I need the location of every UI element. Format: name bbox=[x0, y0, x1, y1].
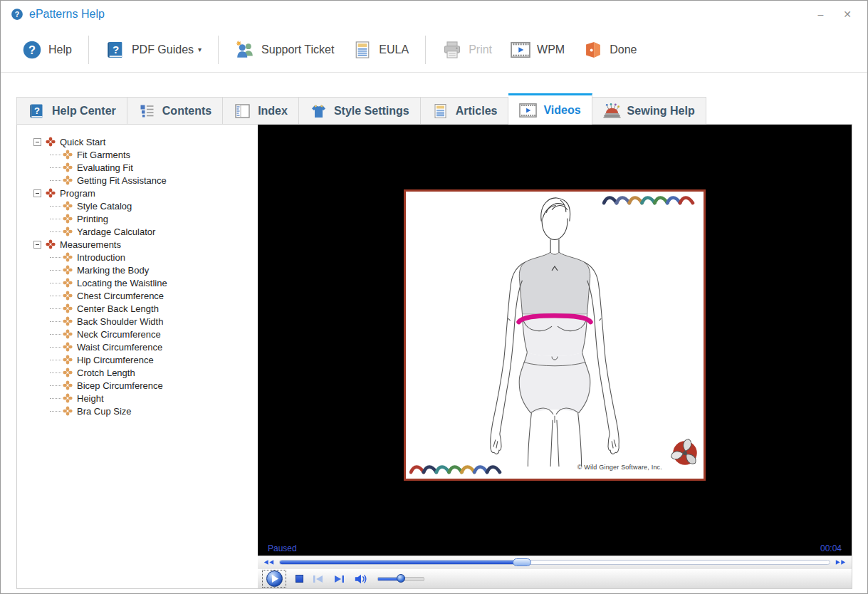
tree-connector-line bbox=[50, 270, 61, 271]
tab-articles[interactable]: Articles bbox=[421, 97, 509, 125]
tab-label: Sewing Help bbox=[627, 105, 695, 118]
tree-item[interactable]: Locating the Waistline bbox=[17, 276, 258, 289]
tree-connector-line bbox=[50, 347, 61, 348]
pdf-guides-button[interactable]: ?PDF Guides▾ bbox=[98, 36, 209, 64]
fast-forward-icon[interactable] bbox=[835, 559, 846, 566]
tree-item[interactable]: Printing bbox=[17, 212, 258, 225]
topic-icon bbox=[63, 329, 73, 339]
tree-item-label: Style Catalog bbox=[77, 201, 132, 212]
tree-item[interactable]: Chest Circumference bbox=[17, 289, 258, 302]
volume-thumb[interactable] bbox=[397, 574, 405, 583]
index-page-icon bbox=[234, 103, 251, 120]
tree-item[interactable]: Hip Circumference bbox=[17, 353, 258, 366]
help-content-area: Quick StartFit GarmentsEvaluating FitGet… bbox=[16, 124, 852, 589]
tab-label: Help Center bbox=[52, 105, 116, 118]
tab-sewing-help[interactable]: Sewing Help bbox=[592, 97, 706, 125]
tree-connector-line bbox=[50, 360, 61, 360]
done-label: Done bbox=[610, 43, 637, 56]
topic-icon bbox=[63, 303, 73, 313]
topic-icon bbox=[63, 342, 73, 352]
tree-item[interactable]: Fit Garments bbox=[17, 148, 258, 161]
done-button[interactable]: Done bbox=[576, 36, 644, 64]
contents-list-icon bbox=[138, 103, 156, 120]
volume-slider[interactable] bbox=[377, 577, 424, 581]
tree-item[interactable]: Neck Circumference bbox=[17, 328, 258, 340]
document-icon bbox=[352, 40, 372, 60]
tree-item[interactable]: Measurements bbox=[17, 238, 258, 251]
topic-icon bbox=[63, 226, 73, 236]
pdf-guides-label: PDF Guides bbox=[132, 43, 194, 56]
next-button[interactable] bbox=[333, 575, 345, 583]
topics-tree: Quick StartFit GarmentsEvaluating FitGet… bbox=[17, 125, 258, 588]
tree-item-label: Bicep Circumference bbox=[77, 380, 163, 391]
tree-item[interactable]: Crotch Length bbox=[17, 366, 258, 379]
tab-label: Style Settings bbox=[334, 105, 409, 118]
player-status-row: Paused 00:04 bbox=[258, 541, 852, 556]
help-label: Help bbox=[48, 43, 72, 56]
tree-item[interactable]: Bra Cup Size bbox=[17, 405, 258, 417]
tree-item-label: Quick Start bbox=[60, 137, 105, 147]
video-screen[interactable]: © Wild Ginger Software, Inc. bbox=[258, 125, 852, 556]
tree-item[interactable]: Yardage Calculator bbox=[17, 225, 258, 238]
shirt-icon bbox=[310, 103, 328, 120]
mute-button[interactable] bbox=[354, 573, 368, 585]
tree-item-label: Evaluating Fit bbox=[77, 162, 133, 173]
tree-item[interactable]: Back Shoulder Width bbox=[17, 315, 258, 328]
tree-item[interactable]: Marking the Body bbox=[17, 264, 258, 276]
tree-item[interactable]: Getting Fit Assistance bbox=[17, 174, 258, 187]
wpm-button[interactable]: WPM bbox=[503, 36, 572, 64]
tree-collapse-toggle[interactable] bbox=[33, 138, 41, 146]
tree-item[interactable]: Center Back Length bbox=[17, 302, 258, 315]
topic-icon bbox=[63, 380, 73, 390]
seek-bar[interactable] bbox=[279, 560, 830, 565]
seek-row bbox=[258, 556, 852, 568]
tab-index[interactable]: Index bbox=[223, 97, 299, 125]
minimize-button[interactable]: – bbox=[817, 9, 823, 19]
printer-icon bbox=[442, 40, 462, 60]
topic-icon bbox=[63, 278, 73, 288]
support-ticket-button[interactable]: Support Ticket bbox=[228, 36, 341, 64]
tab-label: Contents bbox=[162, 105, 211, 118]
tab-videos[interactable]: Videos bbox=[508, 93, 592, 125]
topic-icon bbox=[63, 291, 73, 301]
tree-item-label: Bra Cup Size bbox=[77, 406, 132, 417]
topic-group-icon bbox=[46, 239, 56, 249]
topic-icon bbox=[63, 214, 73, 224]
tree-item[interactable]: Waist Circumference bbox=[17, 340, 258, 353]
copyright-caption: © Wild Ginger Software, Inc. bbox=[577, 464, 662, 471]
tree-item[interactable]: Quick Start bbox=[17, 135, 258, 148]
tree-connector-line bbox=[50, 385, 61, 386]
stop-button[interactable] bbox=[296, 575, 303, 583]
tree-item-label: Printing bbox=[77, 214, 108, 224]
tree-item-label: Locating the Waistline bbox=[77, 278, 167, 288]
rewind-icon[interactable] bbox=[263, 559, 274, 566]
tree-item[interactable]: Height bbox=[17, 392, 258, 405]
tree-item[interactable]: Program bbox=[17, 187, 258, 199]
tree-item[interactable]: Introduction bbox=[17, 251, 258, 264]
play-icon bbox=[266, 570, 283, 587]
tab-contents[interactable]: Contents bbox=[127, 97, 223, 125]
tree-connector-line bbox=[50, 155, 61, 155]
previous-button[interactable] bbox=[313, 575, 324, 583]
tree-connector-line bbox=[50, 321, 61, 322]
tree-item[interactable]: Evaluating Fit bbox=[17, 161, 258, 174]
tab-style-settings[interactable]: Style Settings bbox=[299, 97, 421, 125]
help-button[interactable]: ?Help bbox=[15, 36, 79, 64]
tree-collapse-toggle[interactable] bbox=[33, 189, 41, 197]
close-button[interactable]: ✕ bbox=[843, 9, 852, 19]
filmstrip-icon bbox=[519, 102, 537, 119]
tree-item-label: Center Back Length bbox=[77, 303, 159, 314]
tree-collapse-toggle[interactable] bbox=[33, 241, 41, 249]
tab-help-center[interactable]: ?Help Center bbox=[16, 97, 127, 125]
seek-thumb[interactable] bbox=[513, 558, 531, 566]
eula-button[interactable]: EULA bbox=[345, 36, 416, 64]
tree-item-label: Neck Circumference bbox=[77, 329, 161, 340]
topic-icon bbox=[63, 252, 73, 262]
play-button[interactable] bbox=[262, 570, 286, 588]
topic-icon bbox=[63, 162, 73, 172]
tree-item[interactable]: Bicep Circumference bbox=[17, 379, 258, 392]
tree-item[interactable]: Style Catalog bbox=[17, 199, 258, 212]
topic-icon bbox=[63, 355, 73, 365]
help-circle-icon: ? bbox=[22, 40, 42, 60]
player-status: Paused bbox=[268, 543, 297, 553]
